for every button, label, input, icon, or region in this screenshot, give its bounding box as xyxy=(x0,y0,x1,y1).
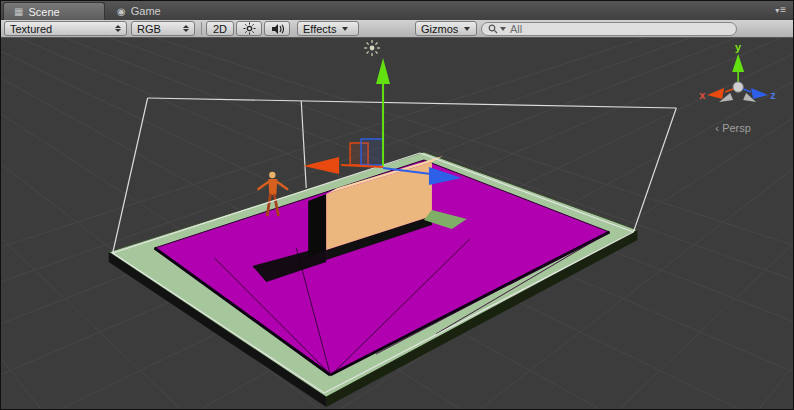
chevron-down-icon xyxy=(464,27,470,31)
axis-x-label: x xyxy=(699,89,706,101)
draw-mode-dropdown[interactable]: Textured xyxy=(4,21,127,36)
orientation-gizmo-center[interactable] xyxy=(733,82,743,92)
axis-y-label: y xyxy=(735,41,742,53)
scene-grid-icon: ▦ xyxy=(14,6,23,17)
scene-search-field[interactable]: All xyxy=(481,22,737,36)
projection-arrow-icon: ‹ xyxy=(715,122,719,134)
draw-mode-label: Textured xyxy=(10,23,52,35)
gizmos-dropdown[interactable]: Gizmos xyxy=(415,21,477,36)
tab-scene[interactable]: ▦ Scene xyxy=(3,2,105,20)
tab-scene-label: Scene xyxy=(28,6,59,18)
render-mode-dropdown[interactable]: RGB xyxy=(131,21,195,36)
toggle-2d-button[interactable]: 2D xyxy=(206,21,234,36)
tab-game-label: Game xyxy=(131,5,161,17)
chevron-down-icon xyxy=(342,27,348,31)
audio-toggle-button[interactable] xyxy=(264,21,290,36)
toolbar-divider xyxy=(201,22,202,35)
gizmos-label: Gizmos xyxy=(421,23,458,35)
projection-label[interactable]: Persp xyxy=(722,122,751,134)
toggle-2d-label: 2D xyxy=(213,23,227,35)
move-gizmo-plane-z[interactable] xyxy=(361,139,383,165)
scene-viewport[interactable]: y x z ‹ Persp xyxy=(1,38,793,409)
tab-game[interactable]: ◉ Game xyxy=(107,2,207,20)
axis-z-label: z xyxy=(770,89,776,101)
popup-arrows-icon xyxy=(109,25,121,32)
tab-menu-icon[interactable]: ▾≡ xyxy=(775,4,787,15)
sun-icon xyxy=(243,22,256,35)
orientation-gizmo[interactable]: y x z ‹ Persp xyxy=(699,41,776,134)
speaker-icon xyxy=(271,23,284,35)
axis-y-cone[interactable] xyxy=(732,54,744,72)
lighting-toggle-button[interactable] xyxy=(236,21,262,36)
axis-x-cone[interactable] xyxy=(707,88,724,99)
scene-toolbar: Textured RGB 2D xyxy=(1,20,793,38)
tab-bar: ▦ Scene ◉ Game ▾≡ xyxy=(1,1,793,21)
wall-end-cap xyxy=(308,194,326,258)
search-value: All xyxy=(510,23,522,35)
sun-light-gizmo[interactable] xyxy=(364,40,380,56)
effects-dropdown[interactable]: Effects xyxy=(297,21,359,36)
unity-scene-window: ▦ Scene ◉ Game ▾≡ Textured RGB 2D xyxy=(0,0,794,410)
popup-arrows-icon xyxy=(177,25,189,32)
render-mode-label: RGB xyxy=(137,23,161,35)
search-filter-arrow-icon xyxy=(500,27,506,31)
game-icon: ◉ xyxy=(117,6,126,17)
search-icon xyxy=(488,24,498,34)
effects-label: Effects xyxy=(303,23,336,35)
